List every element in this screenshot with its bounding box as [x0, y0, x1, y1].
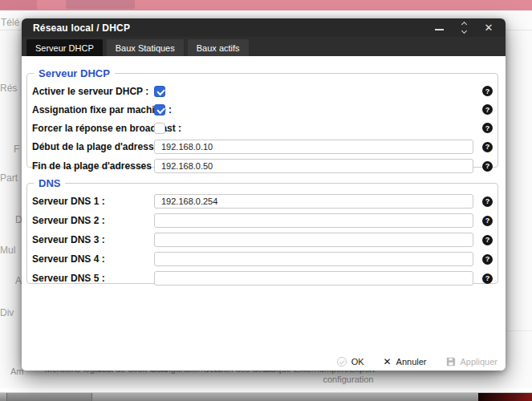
screen: Télé Rés F Part D Mul A Div Am Mentions …	[0, 0, 532, 401]
close-button[interactable]: ✕	[483, 22, 494, 34]
x-icon: ✕	[384, 357, 392, 367]
form-row-assignation-fixe: Assignation fixe par machine : ?	[32, 100, 493, 119]
dns-fieldset-legend: DNS	[34, 177, 65, 189]
field-label: Forcer la réponse en broadcast :	[32, 123, 154, 134]
form-row-fin-plage: Fin de la plage d'adresses : ?	[32, 156, 493, 176]
sidebar-fragment: Part	[0, 172, 18, 184]
help-icon[interactable]: ?	[482, 142, 493, 152]
form-row-dns3: Serveur DNS 3 : ?	[32, 230, 493, 249]
field-label: Serveur DNS 2 :	[32, 215, 154, 226]
field-label: Fin de la plage d'adresses :	[32, 160, 154, 172]
field-label: Assignation fixe par machine :	[32, 104, 154, 115]
dialog-tabbar: Serveur DHCP Baux Statiques Baux actifs	[22, 37, 506, 56]
dns4-input[interactable]	[154, 252, 473, 266]
dns3-input[interactable]	[154, 233, 473, 247]
dns2-input[interactable]	[154, 213, 473, 228]
field-label: Serveur DNS 4 :	[32, 253, 154, 265]
resize-icon	[462, 22, 466, 33]
sidebar-fragment: Télé	[1, 17, 19, 28]
form-row-dns2: Serveur DNS 2 : ?	[32, 211, 493, 230]
browser-topbar-segment	[0, 0, 37, 10]
help-icon[interactable]: ?	[482, 161, 493, 172]
sidebar-fragment: F	[14, 144, 19, 155]
field-label: Serveur DNS 3 :	[32, 234, 154, 245]
ok-button-label: OK	[351, 357, 364, 367]
activer-dhcp-checkbox[interactable]	[154, 86, 165, 97]
dialog-footer-buttons: OK ✕ Annuler Appliquer	[337, 357, 497, 367]
tab-baux-statiques[interactable]: Baux Statiques	[107, 39, 184, 56]
scrollbar-thumb[interactable]	[6, 393, 92, 401]
form-row-activer-dhcp: Activer le serveur DHCP : ?	[32, 82, 493, 100]
cancel-button[interactable]: ✕ Annuler	[384, 357, 427, 367]
forcer-broadcast-checkbox[interactable]	[154, 123, 165, 134]
browser-tab-stub	[66, 0, 135, 9]
horizontal-scrollbar[interactable]	[0, 392, 532, 401]
form-row-debut-plage: Début de la plage d'adresses : ?	[32, 137, 493, 156]
sidebar-fragment: Mul	[0, 245, 15, 256]
help-icon[interactable]: ?	[482, 123, 493, 133]
dhcp-fieldset-legend: Serveur DHCP	[34, 67, 115, 79]
form-row-dns5: Serveur DNS 5 : ?	[32, 269, 493, 288]
form-row-dns4: Serveur DNS 4 : ?	[32, 249, 493, 269]
minimize-button[interactable]	[433, 22, 445, 34]
help-icon[interactable]: ?	[482, 235, 493, 245]
help-icon[interactable]: ?	[482, 254, 493, 265]
sidebar-fragment: Rés	[0, 83, 17, 94]
fin-plage-input[interactable]	[154, 159, 473, 173]
dialog-title: Réseau local / DHCP	[33, 22, 130, 34]
resize-button[interactable]	[458, 22, 469, 34]
help-icon[interactable]: ?	[482, 86, 493, 96]
dhcp-server-fieldset: Serveur DHCP Activer le serveur DHCP : ?…	[26, 67, 498, 168]
form-row-dns1: Serveur DNS 1 : ?	[32, 192, 493, 211]
ok-button[interactable]: OK	[337, 357, 364, 367]
assignation-fixe-checkbox[interactable]	[154, 104, 165, 115]
help-icon[interactable]: ?	[482, 273, 493, 284]
help-icon[interactable]: ?	[482, 196, 493, 207]
sidebar-fragment: Div	[0, 307, 14, 318]
save-floppy-icon	[446, 357, 456, 367]
dns1-input[interactable]	[154, 194, 473, 209]
check-circle-icon	[337, 357, 347, 367]
apply-button-label: Appliquer	[461, 357, 497, 367]
field-label: Serveur DNS 5 :	[32, 273, 154, 284]
dhcp-dialog: Réseau local / DHCP ✕ Serveur DHCP Baux …	[22, 18, 506, 371]
minimize-icon	[435, 29, 444, 30]
apply-button[interactable]: Appliquer	[446, 357, 497, 367]
browser-topbar	[0, 0, 532, 10]
dns-fieldset: DNS Serveur DNS 1 : ? Serveur DNS 2 : ? …	[26, 177, 498, 284]
dns5-input[interactable]	[154, 271, 473, 286]
field-label: Activer le serveur DHCP :	[32, 86, 154, 97]
tab-baux-actifs[interactable]: Baux actifs	[188, 39, 249, 56]
form-row-forcer-broadcast: Forcer la réponse en broadcast : ?	[32, 119, 493, 137]
help-icon[interactable]: ?	[482, 104, 493, 115]
help-icon[interactable]: ?	[482, 216, 493, 226]
close-icon: ✕	[485, 22, 493, 33]
cancel-button-label: Annuler	[396, 357, 427, 367]
debut-plage-input[interactable]	[154, 140, 473, 154]
field-label: Serveur DNS 1 :	[32, 196, 154, 207]
window-controls: ✕	[433, 22, 494, 34]
dialog-content: Serveur DHCP Activer le serveur DHCP : ?…	[22, 56, 506, 371]
sidebar-fragment: A	[15, 275, 22, 286]
dialog-titlebar[interactable]: Réseau local / DHCP ✕	[22, 18, 506, 37]
tab-serveur-dhcp[interactable]: Serveur DHCP	[26, 39, 103, 56]
scrollbar-red-segment	[478, 393, 532, 401]
field-label: Début de la plage d'adresses :	[32, 141, 154, 152]
